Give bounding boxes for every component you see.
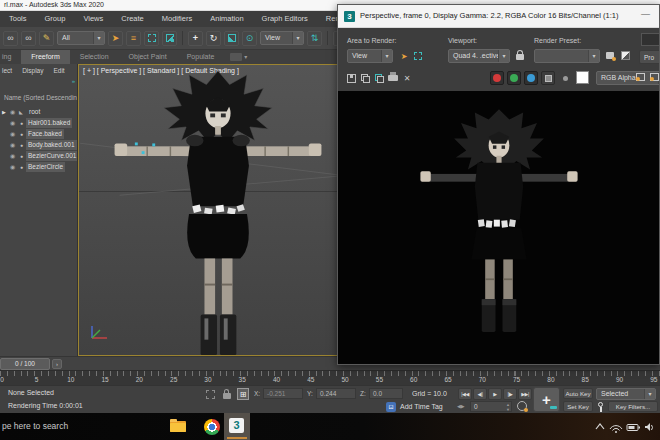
crossing-region-icon[interactable] [162,31,177,46]
node-label[interactable]: BezierCurve.001 [26,151,78,161]
layer-save-icon[interactable] [634,71,646,83]
isolate-selection-icon[interactable] [206,390,215,399]
selection-lock-icon[interactable] [222,389,232,400]
y-coordinate-field[interactable]: 0.244 [316,388,356,399]
transform-type-in-icon[interactable]: ⊞ [237,388,249,400]
edit-region-icon[interactable]: ➤ [398,50,410,62]
explorer-row[interactable]: ◉ ● Hair001.baked [0,118,77,129]
track-bar[interactable]: 05101520253035404550556065707580859095 [0,370,660,385]
current-frame-field[interactable]: 0 ▲▼ [470,401,512,412]
layer-save2-icon[interactable] [648,71,660,83]
node-label[interactable]: Face.baked [26,129,64,139]
visibility-eye-icon[interactable]: ◉ [10,119,15,126]
auto-key-button[interactable]: Auto Key [563,388,593,399]
set-key-button[interactable]: Set Key [563,401,593,412]
monochrome-icon[interactable] [541,71,555,85]
explorer-menu-display[interactable]: Display [17,64,48,77]
selection-set-dropdown[interactable]: Selected ▾ [596,388,656,400]
explorer-column-header[interactable]: Name (Sorted Descending) [4,94,78,101]
visibility-eye-icon[interactable]: ◉ [10,130,15,137]
green-channel-icon[interactable] [507,71,521,85]
chrome-icon[interactable] [204,419,220,435]
tab-selection[interactable]: Selection [70,50,119,64]
node-label[interactable]: root [27,107,42,117]
node-label[interactable]: Hair001.baked [26,118,72,128]
clipped-production-button[interactable]: Pro [639,50,660,64]
background-color-swatch[interactable] [576,71,589,84]
playback-button[interactable]: |◀◀ [458,388,472,400]
explorer-row[interactable]: ◉ ● Face.baked [0,129,77,140]
add-time-tag[interactable]: Add Time Tag [400,403,443,410]
undo-link-icon[interactable]: ∞ [3,31,18,46]
scale-icon[interactable] [224,31,239,46]
spinner-arrows-icon[interactable]: ▲▼ [506,402,510,412]
explorer-row-root[interactable]: ▶ ◉ ◣ root [0,107,77,118]
select-object-icon[interactable]: ➤ [108,31,123,46]
x-coordinate-field[interactable]: -0.251 [263,388,303,399]
explorer-menu-edit[interactable]: Edit [48,64,69,77]
taskbar-search-input[interactable]: pe here to search [2,421,68,431]
tab-freeform[interactable]: Freeform [21,50,69,64]
visibility-eye-icon[interactable]: ◉ [10,152,15,159]
print-image-icon[interactable] [387,72,399,84]
playback-button[interactable]: ◀|| [473,388,487,400]
time-tag-icon[interactable]: ⊡ [386,402,396,412]
z-coordinate-field[interactable]: 0.0 [369,388,403,399]
visibility-eye-icon[interactable]: ◉ [10,108,15,115]
explorer-menu-select[interactable]: lect [0,64,17,77]
alpha-channel-icon[interactable] [558,71,572,85]
clone-window-icon[interactable] [373,72,385,84]
taskbar-3dsmax-button[interactable]: 3 [224,413,250,440]
render-window-title-bar[interactable]: 3 Perspective, frame 0, Display Gamma: 2… [338,5,659,28]
time-slider-handle[interactable]: 0 / 100 [0,358,50,370]
copy-image-icon[interactable] [359,72,371,84]
file-explorer-icon[interactable] [170,421,186,432]
playback-button[interactable]: ▶▶| [518,388,532,400]
explorer-row[interactable]: ◉ ● BezierCircle [0,162,77,173]
explorer-row[interactable]: ◉ ● BezierCurve.001 [0,151,77,162]
expand-arrow-icon[interactable]: ▶ [2,109,6,115]
key-filter-key-icon[interactable] [597,402,605,412]
clipped-render-control[interactable] [641,33,660,46]
lock-viewport-icon[interactable] [514,49,526,61]
tab-object-paint[interactable]: Object Paint [119,50,177,64]
curve-pencil-icon[interactable]: ✎ [39,31,54,46]
playback-button[interactable]: ▶ [488,388,502,400]
red-channel-icon[interactable] [490,71,504,85]
node-label[interactable]: BezierCircle [26,162,65,172]
node-label[interactable]: Body.baked.001 [26,140,77,150]
menu-item[interactable]: Group [36,11,75,27]
menu-item[interactable]: Create [112,11,153,27]
menu-item[interactable]: Graph Editors [253,11,317,27]
reference-coord-dropdown[interactable]: View ▾ [260,31,304,45]
menu-item[interactable]: Animation [201,11,252,27]
tab-modeling-partial[interactable]: ing [0,50,21,64]
menu-item[interactable]: Modifiers [153,11,201,27]
visibility-eye-icon[interactable]: ◉ [10,141,15,148]
explorer-overflow-icon[interactable]: » [72,78,75,84]
system-tray[interactable] [594,420,654,434]
select-by-name-icon[interactable]: ≡ [126,31,141,46]
blue-channel-icon[interactable] [524,71,538,85]
next-frame-icon[interactable]: › [52,359,62,369]
render-setup-icon[interactable] [604,49,616,61]
auto-region-icon[interactable] [412,50,424,62]
key-filters-button[interactable]: Key Filters... [608,401,658,412]
explorer-row[interactable]: ◉ ● Body.baked.001 [0,140,77,151]
move-icon[interactable]: + [188,31,203,46]
save-image-icon[interactable] [345,72,357,84]
set-keys-button[interactable]: + [533,387,560,412]
visibility-eye-icon[interactable]: ◉ [10,163,15,170]
key-mode-icon[interactable]: ◀▶ [457,403,465,409]
minimize-icon[interactable]: — [641,9,650,19]
menu-item[interactable]: Views [74,11,112,27]
render-preset-dropdown[interactable]: ▾ [534,49,600,63]
rotate-icon[interactable]: ↻ [206,31,221,46]
environment-icon[interactable] [619,49,631,61]
bind-link-icon[interactable]: ∞ [21,31,36,46]
time-config-icon[interactable] [517,401,527,411]
clear-image-icon[interactable]: ✕ [401,72,413,84]
viewport-select-dropdown[interactable]: Quad 4. .ective ▾ [448,49,510,63]
ribbon-overflow-icon[interactable] [230,53,242,61]
playback-button[interactable]: ||▶ [503,388,517,400]
